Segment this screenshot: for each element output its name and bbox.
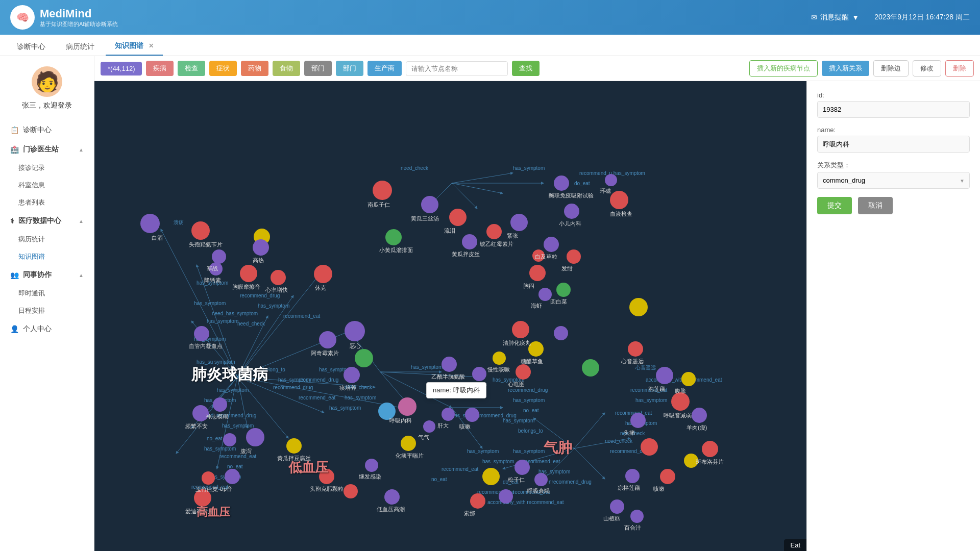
node-55[interactable] (365, 459, 378, 472)
tab-diagnosis[interactable]: 诊断中心 (8, 38, 55, 56)
node-17[interactable] (385, 229, 402, 245)
tab-history[interactable]: 病历统计 (57, 38, 104, 56)
node-40[interactable] (442, 408, 455, 421)
node-21[interactable] (510, 214, 528, 231)
sidebar-item-visit-records[interactable]: 接诊记录 (0, 159, 94, 177)
node-29[interactable] (532, 249, 545, 262)
btn-disease[interactable]: 疾病 (146, 61, 174, 76)
node-60[interactable] (671, 392, 690, 411)
btn-symptom[interactable]: 症状 (209, 61, 237, 76)
notify-button[interactable]: ✉ 消息提醒 ▼ (811, 13, 859, 22)
modify-button[interactable]: 修改 (913, 60, 941, 77)
btn-food[interactable]: 食物 (273, 61, 300, 76)
node-10[interactable] (345, 321, 365, 341)
node-47[interactable] (223, 433, 236, 446)
node-73[interactable] (499, 489, 513, 504)
node-46[interactable] (286, 438, 302, 454)
node-18[interactable] (449, 209, 467, 226)
node-41[interactable] (465, 408, 479, 422)
node-28[interactable] (567, 249, 581, 264)
node-59[interactable] (681, 372, 696, 386)
node-52[interactable] (194, 489, 211, 507)
sidebar-item-knowledge-graph[interactable]: 知识图谱 (0, 248, 94, 265)
graph-canvas[interactable]: 肺炎球菌病 低血压 气肿 高血压 溃疡 need_check has_sympt… (94, 81, 806, 551)
sidebar-item-schedule[interactable]: 日程安排 (0, 302, 94, 319)
node-61[interactable] (692, 408, 707, 423)
node-37[interactable] (493, 352, 506, 365)
node-68[interactable] (610, 499, 624, 514)
sidebar-item-diagnosis[interactable]: 📋 诊断中心 (0, 120, 94, 140)
node-72[interactable] (482, 468, 500, 485)
node-56[interactable] (384, 489, 400, 505)
btn-dept2[interactable]: 部门 (336, 61, 363, 76)
btn-all[interactable]: *(44,112) (101, 62, 142, 76)
node-63[interactable] (702, 441, 718, 457)
node-45[interactable] (246, 428, 264, 446)
tab-close-icon[interactable]: ✕ (149, 42, 154, 49)
sidebar-item-patient-list[interactable]: 患者列表 (0, 194, 94, 211)
node-huxi-nei[interactable] (398, 397, 416, 416)
node-42[interactable] (423, 420, 435, 433)
sidebar-item-dept-info[interactable]: 科室信息 (0, 177, 94, 194)
node-53[interactable] (319, 469, 334, 484)
node-58[interactable] (656, 367, 673, 384)
btn-drug[interactable]: 药物 (241, 61, 268, 76)
node-27[interactable] (544, 237, 559, 252)
search-input[interactable] (406, 61, 508, 76)
submit-button[interactable]: 提交 (817, 197, 852, 214)
node-36b[interactable] (442, 357, 457, 372)
node-50[interactable] (202, 471, 215, 485)
tab-knowledge[interactable]: 知识图谱 ✕ (106, 37, 163, 56)
sidebar-clinic-header[interactable]: 🏥 门诊医生站 ▲ (0, 140, 94, 159)
delete-button[interactable]: 删除 (945, 60, 974, 77)
node-48[interactable] (192, 405, 209, 421)
node-14[interactable] (194, 326, 209, 341)
node-6[interactable] (209, 262, 223, 276)
insert-disease-button[interactable]: 插入新的疾病节点 (749, 60, 818, 77)
node-54[interactable] (344, 484, 358, 498)
node-34[interactable] (554, 326, 568, 340)
node-3[interactable] (191, 221, 210, 240)
node-49[interactable] (213, 397, 227, 412)
node-13[interactable] (344, 367, 360, 383)
node-15[interactable] (421, 196, 438, 213)
btn-check[interactable]: 检查 (178, 61, 205, 76)
node-32[interactable] (512, 321, 529, 338)
node-11[interactable] (355, 349, 373, 367)
node-39[interactable] (516, 364, 531, 380)
node-64[interactable] (630, 413, 646, 428)
node-69[interactable] (630, 510, 644, 523)
node-22[interactable] (554, 176, 569, 191)
sidebar-item-personal[interactable]: 👤 个人中心 (0, 319, 94, 339)
sidebar-colleague-header[interactable]: 👥 同事协作 ▲ (0, 265, 94, 285)
sidebar-medical-header[interactable]: ⚕ 医疗数据中心 ▲ (0, 211, 94, 231)
node-66[interactable] (625, 469, 640, 483)
node-31[interactable] (556, 283, 571, 297)
node-65[interactable] (641, 438, 658, 456)
node-20[interactable] (486, 224, 502, 239)
node-70[interactable] (514, 460, 530, 475)
btn-producer[interactable]: 生产商 (368, 61, 402, 76)
name-input[interactable] (817, 136, 970, 153)
node-67[interactable] (660, 469, 675, 484)
sidebar-item-history-stats[interactable]: 病历统计 (0, 231, 94, 248)
node-26[interactable] (529, 265, 546, 281)
node-23[interactable] (605, 174, 617, 186)
node-36[interactable] (629, 298, 648, 316)
node-33[interactable] (528, 341, 544, 357)
node-9[interactable] (314, 265, 332, 283)
node-4[interactable] (253, 239, 269, 256)
node-30[interactable] (538, 288, 552, 301)
node-71[interactable] (534, 473, 548, 486)
node-25[interactable] (564, 204, 579, 219)
node-16[interactable] (373, 181, 392, 200)
node-1[interactable] (140, 214, 160, 233)
node-7[interactable] (240, 265, 257, 282)
node-62[interactable] (684, 454, 698, 468)
delete-edge-button[interactable]: 删除边 (873, 60, 909, 77)
node-35[interactable] (582, 359, 599, 377)
node-8[interactable] (271, 270, 286, 285)
node-38[interactable] (472, 367, 486, 381)
node-19[interactable] (462, 234, 477, 249)
node-24[interactable] (610, 191, 628, 209)
